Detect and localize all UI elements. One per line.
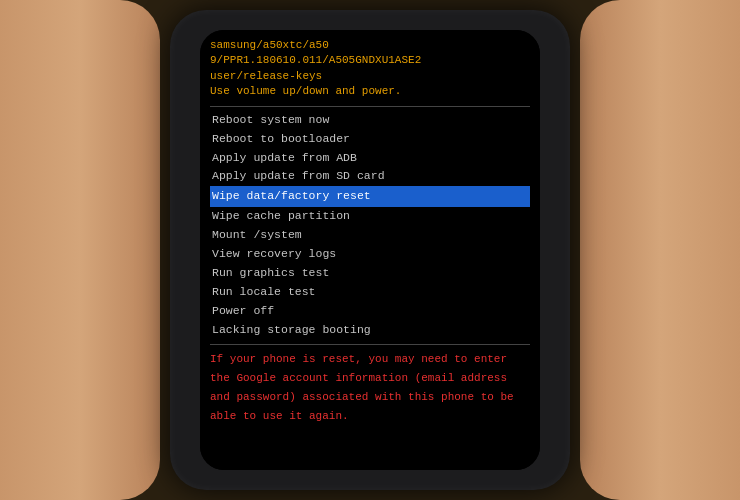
menu-item-power-off[interactable]: Power off: [210, 302, 530, 321]
device-info-line-1: samsung/a50xtc/a50: [210, 38, 530, 53]
menu-item-wipe-cache[interactable]: Wipe cache partition: [210, 207, 530, 226]
device-info-section: samsung/a50xtc/a50 9/PPR1.180610.011/A50…: [210, 38, 530, 100]
device-info-line-4: Use volume up/down and power.: [210, 84, 530, 99]
warning-section: If your phone is reset, you may need to …: [210, 349, 530, 425]
device-info-line-3: user/release-keys: [210, 69, 530, 84]
menu-item-locale-test[interactable]: Run locale test: [210, 283, 530, 302]
warning-text: If your phone is reset, you may need to …: [210, 353, 514, 422]
menu-item-view-logs[interactable]: View recovery logs: [210, 245, 530, 264]
divider-top: [210, 106, 530, 107]
phone-body: samsung/a50xtc/a50 9/PPR1.180610.011/A50…: [170, 10, 570, 490]
menu-item-lacking-storage[interactable]: Lacking storage booting: [210, 321, 530, 340]
recovery-screen: samsung/a50xtc/a50 9/PPR1.180610.011/A50…: [200, 30, 540, 470]
recovery-menu: Reboot system now Reboot to bootloader A…: [210, 111, 530, 341]
phone-screen-container: samsung/a50xtc/a50 9/PPR1.180610.011/A50…: [200, 30, 540, 470]
menu-item-reboot-bootloader[interactable]: Reboot to bootloader: [210, 130, 530, 149]
menu-item-apply-adb[interactable]: Apply update from ADB: [210, 149, 530, 168]
hand-right: [580, 0, 740, 500]
menu-item-wipe-factory[interactable]: Wipe data/factory reset: [210, 186, 530, 207]
menu-item-apply-sd[interactable]: Apply update from SD card: [210, 167, 530, 186]
scene: samsung/a50xtc/a50 9/PPR1.180610.011/A50…: [0, 0, 740, 500]
divider-bottom: [210, 344, 530, 345]
menu-item-reboot-system[interactable]: Reboot system now: [210, 111, 530, 130]
hand-left: [0, 0, 160, 500]
menu-item-mount-system[interactable]: Mount /system: [210, 226, 530, 245]
device-info-line-2: 9/PPR1.180610.011/A505GNDXU1ASE2: [210, 53, 530, 68]
menu-item-graphics-test[interactable]: Run graphics test: [210, 264, 530, 283]
